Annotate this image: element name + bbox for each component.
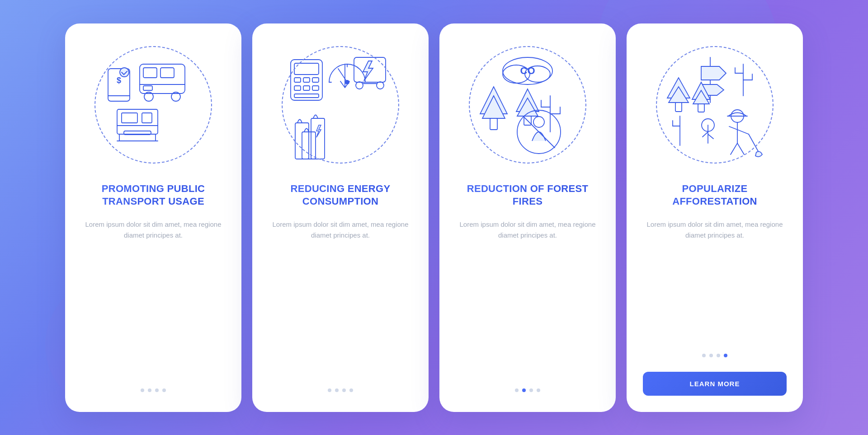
dot-2	[148, 388, 151, 392]
card-afforestation-illustration	[651, 42, 778, 168]
card-forest-desc: Lorem ipsum dolor sit dim amet, mea regi…	[456, 219, 599, 241]
card-energy-desc: Lorem ipsum dolor sit dim amet, mea regi…	[269, 219, 412, 241]
dot-4	[537, 388, 540, 392]
card-energy: REDUCING ENERGY CONSUMPTION Lorem ipsum …	[252, 23, 429, 412]
card-energy-dots	[328, 388, 353, 392]
card-transport-title: PROMOTING PUBLIC TRANSPORT USAGE	[81, 182, 225, 208]
card-forest-dots	[515, 388, 540, 392]
dot-4	[162, 388, 166, 392]
dot-3	[342, 388, 346, 392]
dot-1	[141, 388, 144, 392]
card-afforestation-dots	[702, 354, 727, 357]
dot-1	[328, 388, 331, 392]
dot-2	[709, 354, 713, 357]
card-forest-illustration: CO	[464, 42, 591, 168]
dot-3	[717, 354, 720, 357]
card-transport-dots	[141, 388, 166, 392]
card-transport-desc: Lorem ipsum dolor sit dim amet, mea regi…	[81, 219, 225, 241]
dashed-circle-4	[656, 46, 774, 164]
dot-3	[529, 388, 533, 392]
card-afforestation: POPULARIZE AFFORESTATION Lorem ipsum dol…	[627, 23, 803, 412]
learn-more-button[interactable]: LEARN MORE	[643, 372, 787, 396]
dot-1	[515, 388, 519, 392]
card-afforestation-desc: Lorem ipsum dolor sit dim amet, mea regi…	[643, 219, 787, 241]
dashed-circle-3	[469, 46, 586, 164]
card-afforestation-title: POPULARIZE AFFORESTATION	[643, 182, 787, 208]
card-energy-title: REDUCING ENERGY CONSUMPTION	[269, 182, 412, 208]
dot-4	[349, 388, 353, 392]
card-energy-illustration	[277, 42, 404, 168]
dashed-circle-2	[282, 46, 399, 164]
dot-3	[155, 388, 159, 392]
card-forest: CO	[439, 23, 616, 412]
card-transport: $	[65, 23, 241, 412]
card-forest-title: REDUCTION OF FOREST FIRES	[456, 182, 599, 208]
dot-4-active	[724, 354, 727, 357]
dot-2	[335, 388, 339, 392]
dashed-circle	[94, 46, 212, 164]
cards-container: $	[47, 5, 821, 430]
dot-2-active	[522, 388, 526, 392]
card-transport-illustration: $	[90, 42, 217, 168]
dot-1	[702, 354, 706, 357]
